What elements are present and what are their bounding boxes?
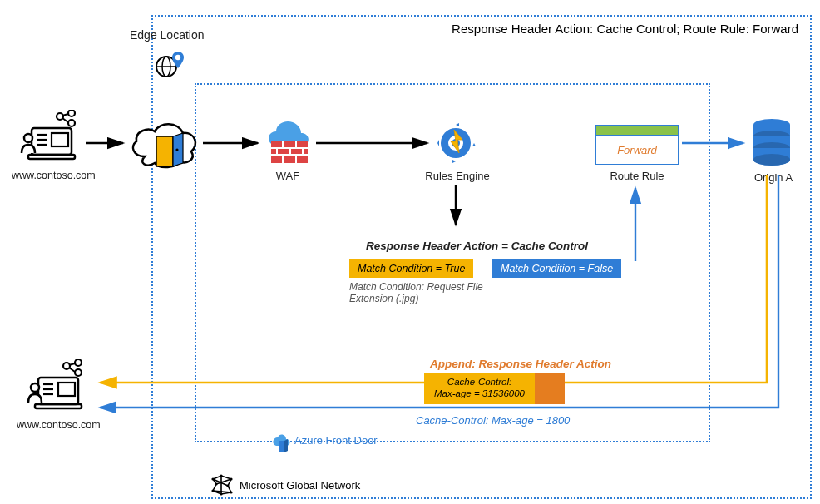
cache-box-line1: Cache-Control:: [447, 377, 511, 388]
afd-icon: [271, 431, 291, 457]
response-header-action-title: Response Header Action = Cache Control: [366, 240, 588, 252]
svg-point-55: [230, 477, 232, 480]
mgn-icon: [210, 474, 235, 498]
match-false-pill: Match Condition = False: [492, 259, 621, 278]
svg-rect-45: [58, 383, 75, 396]
mgn-label: Microsoft Global Network: [240, 479, 360, 492]
svg-line-51: [69, 368, 75, 372]
svg-rect-41: [35, 404, 82, 408]
svg-point-58: [220, 492, 222, 495]
svg-point-54: [220, 474, 222, 477]
svg-point-53: [211, 477, 214, 480]
svg-point-60: [215, 482, 217, 485]
svg-point-56: [226, 484, 229, 487]
afd-label: Azure Front Door: [294, 434, 378, 447]
match-true-pill: Match Condition = True: [349, 259, 473, 278]
svg-point-57: [230, 491, 232, 493]
append-title: Append: Response Header Action: [421, 358, 620, 370]
user-client-bottom-icon: [23, 359, 90, 416]
cache-box-line2: Max-age = 31536000: [434, 388, 525, 400]
blue-cache-note: Cache-Control: Max-age = 1800: [416, 414, 570, 427]
svg-point-48: [75, 359, 82, 366]
svg-rect-52: [279, 441, 284, 452]
svg-point-59: [211, 489, 214, 492]
cache-box-orange: [535, 373, 565, 404]
cache-control-box: Cache-Control: Max-age = 31536000: [424, 373, 565, 404]
user-domain-bottom: www.contoso.com: [17, 419, 100, 431]
svg-point-49: [75, 369, 82, 376]
match-condition-note: Match Condition: Request File Extension …: [349, 281, 516, 304]
svg-point-46: [31, 383, 39, 392]
arrows-layer: [0, 0, 820, 504]
